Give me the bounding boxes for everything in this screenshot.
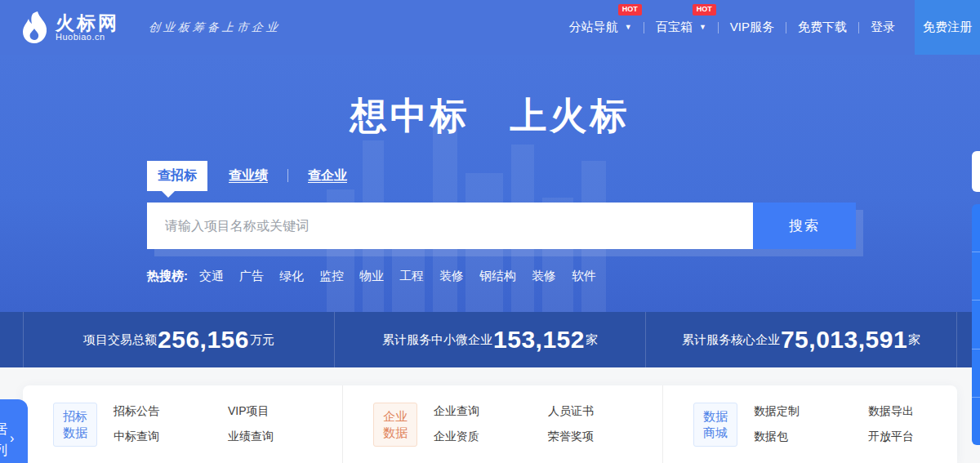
chevron-right-icon: › bbox=[10, 431, 14, 446]
hot-search-item[interactable]: 装修 bbox=[439, 269, 464, 284]
stat-value: 75,013,591 bbox=[781, 326, 907, 354]
hot-search-item[interactable]: 装修 bbox=[532, 269, 556, 284]
category-card: 招标 数据 招标公告 中标查询 VIP项目 业绩查询 企业 数据 bbox=[23, 385, 957, 463]
badge-enterprise-data: 企业 数据 bbox=[373, 403, 417, 447]
link-vip-projects[interactable]: VIP项目 bbox=[228, 404, 342, 419]
badge-line: 数据 bbox=[63, 425, 87, 441]
hot-search-item[interactable]: 绿化 bbox=[279, 269, 304, 284]
search-input[interactable] bbox=[147, 203, 753, 249]
nav-item-label: 免费下载 bbox=[798, 20, 847, 33]
link-honors-awards[interactable]: 荣誉奖项 bbox=[548, 430, 662, 444]
nav-menu: HOT 分站导航 ▼ HOT 百宝箱 ▼ VIP服务 免费下载 登录 免费注册 bbox=[558, 0, 980, 55]
stat-label: 项目交易总额 bbox=[83, 332, 157, 348]
chevron-down-icon: ▼ bbox=[699, 23, 706, 31]
stat-sme-served: 累计服务中小微企业 153,152 家 bbox=[334, 312, 645, 367]
badge-line: 招标 bbox=[63, 408, 87, 425]
search-tabs: 查招标 查业绩 查企业 bbox=[147, 161, 367, 190]
link-performance-query[interactable]: 业绩查询 bbox=[228, 430, 342, 444]
link-winning-bid-query[interactable]: 中标查询 bbox=[114, 430, 228, 444]
left-floating-tab[interactable]: 居 列 › bbox=[0, 399, 28, 463]
hero-title: 想中标 上火标 bbox=[0, 91, 980, 140]
hot-search-item[interactable]: 物业 bbox=[359, 269, 384, 284]
search-button[interactable]: 搜索 bbox=[753, 203, 856, 249]
left-tab-char: 列 bbox=[0, 440, 7, 461]
link-bid-announcement[interactable]: 招标公告 bbox=[114, 404, 228, 419]
hot-search-item[interactable]: 软件 bbox=[572, 269, 596, 284]
stat-value: 153,152 bbox=[493, 326, 585, 354]
brand-domain: Huobiao.cn bbox=[56, 33, 119, 42]
tab-separator bbox=[287, 169, 288, 182]
left-tab-label: 居 列 bbox=[0, 419, 7, 461]
group-bidding-data: 招标 数据 招标公告 中标查询 VIP项目 业绩查询 bbox=[23, 385, 342, 463]
chevron-down-icon: ▼ bbox=[625, 23, 632, 31]
badge-line: 数据 bbox=[383, 425, 408, 441]
link-enterprise-qualification[interactable]: 企业资质 bbox=[434, 430, 548, 444]
nav-item-vip[interactable]: VIP服务 bbox=[719, 20, 786, 35]
logo-text: 火标网 Huobiao.cn bbox=[56, 13, 119, 42]
link-data-package[interactable]: 数据包 bbox=[754, 430, 868, 444]
stat-total-transactions: 项目交易总额 256,156 万元 bbox=[24, 312, 334, 367]
nav-item-login[interactable]: 登录 bbox=[859, 20, 906, 35]
top-navbar: 火标网 Huobiao.cn 创业板筹备上市企业 HOT 分站导航 ▼ HOT … bbox=[0, 0, 980, 55]
logo[interactable]: 火标网 Huobiao.cn bbox=[21, 11, 119, 45]
right-floating-toolbar[interactable] bbox=[972, 204, 980, 445]
nav-item-download[interactable]: 免费下载 bbox=[786, 20, 858, 35]
brand-tagline: 创业板筹备上市企业 bbox=[148, 20, 282, 35]
stat-label: 累计服务中小微企业 bbox=[382, 332, 492, 348]
nav-item-label: 分站导航 bbox=[569, 20, 618, 33]
right-floating-widget-top[interactable] bbox=[972, 151, 980, 192]
link-data-export[interactable]: 数据导出 bbox=[868, 404, 980, 419]
nav-item-site-nav[interactable]: HOT 分站导航 ▼ bbox=[558, 20, 644, 35]
hot-search-item[interactable]: 监控 bbox=[319, 269, 344, 284]
group-enterprise-data: 企业 数据 企业查询 企业资质 人员证书 荣誉奖项 bbox=[342, 385, 662, 463]
hot-search-item[interactable]: 广告 bbox=[239, 269, 264, 284]
nav-item-label: 百宝箱 bbox=[656, 20, 693, 33]
register-button[interactable]: 免费注册 bbox=[915, 0, 980, 55]
stat-unit: 万元 bbox=[250, 332, 274, 348]
page: 火标网 Huobiao.cn 创业板筹备上市企业 HOT 分站导航 ▼ HOT … bbox=[0, 0, 980, 463]
link-data-customization[interactable]: 数据定制 bbox=[754, 404, 868, 419]
hot-search-row: 热搜榜: 交通 广告 绿化 监控 物业 工程 装修 钢结构 装修 软件 bbox=[147, 269, 612, 284]
stat-value: 256,156 bbox=[158, 326, 249, 354]
nav-item-label: VIP服务 bbox=[730, 20, 774, 33]
flame-logo-icon bbox=[21, 11, 49, 45]
link-open-platform[interactable]: 开放平台 bbox=[868, 430, 980, 444]
badge-data-mall: 数据 商城 bbox=[693, 403, 737, 447]
badge-line: 数据 bbox=[703, 408, 728, 425]
link-personnel-certificates[interactable]: 人员证书 bbox=[548, 404, 662, 419]
hot-badge: HOT bbox=[618, 4, 642, 16]
stat-unit: 家 bbox=[908, 332, 920, 348]
stat-unit: 家 bbox=[586, 332, 598, 348]
stat-core-enterprises: 累计服务核心企业 75,013,591 家 bbox=[645, 312, 956, 367]
tab-zhaobiao[interactable]: 查招标 bbox=[147, 161, 207, 191]
hero-section: 想中标 上火标 查招标 查业绩 查企业 搜索 热搜榜: 交通 广告 绿化 监控 … bbox=[0, 55, 980, 312]
nav-item-label: 登录 bbox=[871, 20, 895, 33]
hot-search-item[interactable]: 交通 bbox=[199, 269, 224, 284]
stats-bar: 项目交易总额 256,156 万元 累计服务中小微企业 153,152 家 累计… bbox=[0, 312, 980, 367]
hot-search-label: 热搜榜: bbox=[147, 269, 188, 284]
tab-qiye[interactable]: 查企业 bbox=[308, 167, 347, 185]
badge-bidding-data: 招标 数据 bbox=[53, 403, 97, 447]
left-tab-char: 居 bbox=[0, 419, 7, 440]
tab-yeji[interactable]: 查业绩 bbox=[229, 167, 268, 185]
hot-badge: HOT bbox=[693, 4, 716, 16]
nav-item-toolbox[interactable]: HOT 百宝箱 ▼ bbox=[644, 20, 718, 35]
badge-line: 商城 bbox=[703, 425, 728, 441]
badge-line: 企业 bbox=[383, 408, 408, 425]
group-data-mall: 数据 商城 数据定制 数据包 数据导出 开放平台 bbox=[662, 385, 980, 463]
stat-label: 累计服务核心企业 bbox=[682, 332, 780, 348]
brand-name: 火标网 bbox=[56, 13, 119, 33]
search-bar: 搜索 bbox=[147, 203, 856, 249]
hot-search-item[interactable]: 工程 bbox=[399, 269, 424, 284]
hot-search-item[interactable]: 钢结构 bbox=[479, 269, 516, 284]
link-enterprise-query[interactable]: 企业查询 bbox=[434, 404, 548, 419]
